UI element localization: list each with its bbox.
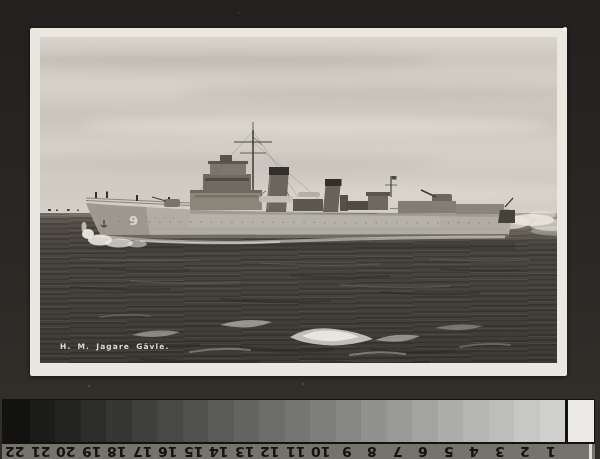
grayscale-step-label: 4: [461, 451, 487, 459]
midship-deckhouse: [293, 195, 348, 211]
grayscale-step-label: 5: [436, 451, 462, 459]
grayscale-step-label: 6: [410, 451, 436, 459]
grayscale-white-patch: [568, 400, 594, 442]
bridge-superstructure: [190, 155, 262, 210]
grayscale-step-label: 20: [53, 451, 79, 459]
bow-gun: [152, 197, 180, 207]
grayscale-step: [259, 400, 285, 442]
hull-reflection: [95, 243, 515, 250]
grayscale-step: [361, 400, 387, 442]
grayscale-step: [132, 400, 158, 442]
grayscale-step: [208, 400, 234, 442]
grayscale-step: [336, 400, 362, 442]
grayscale-strip-end: [563, 444, 595, 459]
grayscale-bar-labels: 22212019181716151413121110987654321: [2, 444, 563, 459]
grayscale-step: [540, 400, 566, 442]
funnel-2: [323, 179, 342, 212]
grayscale-step-label: 13: [232, 451, 258, 459]
grayscale-step-label: 15: [181, 451, 207, 459]
grayscale-step-label: 9: [334, 451, 360, 459]
grayscale-step: [183, 400, 209, 442]
grayscale-step: [310, 400, 336, 442]
photograph: 9: [40, 37, 557, 363]
grayscale-step-label: 19: [79, 451, 105, 459]
grayscale-step: [285, 400, 311, 442]
grayscale-step: [463, 400, 489, 442]
grayscale-step-label: 12: [257, 451, 283, 459]
dust-speck: [238, 12, 240, 14]
grayscale-step-label: 17: [130, 451, 156, 459]
grayscale-step: [106, 400, 132, 442]
grayscale-step: [4, 400, 30, 442]
grayscale-step: [157, 400, 183, 442]
destroyer-illustration: 9: [40, 37, 557, 363]
scan-background: 9: [0, 0, 600, 459]
grayscale-step-label: 11: [283, 451, 309, 459]
aft-deckhouses: [398, 201, 504, 214]
flag: [392, 176, 397, 180]
grayscale-step-label: 22: [2, 451, 28, 459]
grayscale-step-label: 3: [487, 451, 513, 459]
corner-highlight: [563, 27, 567, 31]
grayscale-step: [412, 400, 438, 442]
grayscale-label-strip: 22212019181716151413121110987654321: [2, 444, 595, 459]
stern-equipment: [498, 198, 515, 223]
dust-speck: [88, 385, 90, 387]
grayscale-bar-steps: [4, 400, 565, 442]
postcard: 9: [30, 28, 567, 376]
grayscale-step: [30, 400, 56, 442]
grayscale-step: [489, 400, 515, 442]
grayscale-step-label: 18: [104, 451, 130, 459]
grayscale-calibration-bar: [2, 399, 595, 444]
grayscale-step-label: 10: [308, 451, 334, 459]
grayscale-step: [55, 400, 81, 442]
horizon-specks: [48, 209, 79, 211]
grayscale-step-label: 16: [155, 451, 181, 459]
grayscale-step: [81, 400, 107, 442]
grayscale-step: [387, 400, 413, 442]
dust-speck: [302, 383, 304, 385]
photo-caption: H. M. Jagare Gävle.: [60, 343, 169, 351]
funnel-1: [266, 167, 289, 212]
grayscale-step: [234, 400, 260, 442]
grayscale-step: [438, 400, 464, 442]
grayscale-step-label: 14: [206, 451, 232, 459]
sea-glints: [80, 259, 530, 287]
grayscale-step: [514, 400, 540, 442]
grayscale-step-label: 1: [538, 451, 564, 459]
aft-lookout-tower: [366, 192, 390, 210]
hull-number: 9: [129, 213, 138, 228]
grayscale-step-label: 7: [385, 451, 411, 459]
grayscale-step-label: 21: [28, 451, 54, 459]
strip-end-tick: [589, 444, 592, 459]
grayscale-step-label: 2: [512, 451, 538, 459]
grayscale-step-label: 8: [359, 451, 385, 459]
